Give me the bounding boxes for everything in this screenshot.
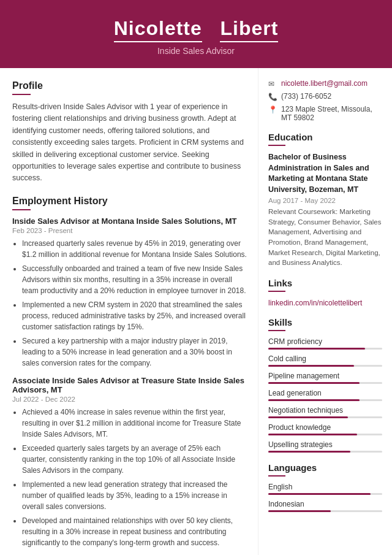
skill-bar-fill — [268, 434, 357, 435]
skill-item: Pipeline management — [268, 372, 382, 384]
email-item: ✉ nicolette.libert@gmail.com — [268, 79, 382, 88]
job-item: Inside Sales Advisor at Montana Inside S… — [12, 216, 247, 369]
job-title: Inside Sales Advisor — [12, 46, 380, 56]
job-2-bullets: Achieved a 40% increase in sales revenue… — [12, 407, 247, 548]
education-title: Education — [268, 132, 382, 142]
languages-section: Languages English Indonesian — [268, 462, 382, 512]
skill-label: Negotiation techniques — [268, 406, 382, 415]
job-1-bullets: Increased quarterly sales revenue by 45%… — [12, 238, 247, 369]
profile-title: Profile — [12, 80, 247, 91]
edu-dates: Aug 2017 - May 2022 — [268, 197, 382, 204]
lang-bar-bg — [268, 510, 382, 512]
bullet: Achieved a 40% increase in sales revenue… — [22, 407, 247, 440]
skill-bar-bg — [268, 416, 382, 418]
skill-bar-bg — [268, 451, 382, 453]
job-1-title: Inside Sales Advisor at Montana Inside S… — [12, 216, 247, 226]
phone-icon: 📞 — [268, 93, 278, 101]
skill-item: Negotiation techniques — [268, 406, 382, 418]
employment-title: Employment History — [12, 196, 247, 207]
skill-bar-bg — [268, 382, 382, 384]
skill-item: Product knowledge — [268, 423, 382, 435]
edu-coursework: Relevant Coursework: Marketing Strategy,… — [268, 207, 382, 268]
skills-section: Skills CRM proficiency Cold calling Pipe… — [268, 317, 382, 453]
links-divider — [268, 291, 285, 292]
address-text: 123 Maple Street, Missoula, MT 59802 — [281, 105, 382, 122]
lang-item: English — [268, 483, 382, 495]
skill-label: Product knowledge — [268, 423, 382, 432]
bullet: Increased quarterly sales revenue by 45%… — [22, 238, 247, 260]
skill-bar-fill — [268, 416, 348, 418]
page-header: Nicolette Libert Inside Sales Advisor — [0, 0, 392, 68]
full-name: Nicolette Libert — [12, 17, 380, 42]
address-item: 📍 123 Maple Street, Missoula, MT 59802 — [268, 105, 382, 122]
lang-item: Indonesian — [268, 500, 382, 512]
bullet: Implemented a new CRM system in 2020 tha… — [22, 299, 247, 332]
lang-bar-fill — [268, 493, 371, 495]
skill-label: Lead generation — [268, 389, 382, 397]
languages-title: Languages — [268, 462, 382, 473]
phone-text: (733) 176-6052 — [281, 92, 331, 101]
employment-section: Employment History Inside Sales Advisor … — [12, 196, 247, 548]
skill-label: Pipeline management — [268, 372, 382, 380]
profile-divider — [12, 94, 31, 95]
languages-divider — [268, 475, 285, 477]
skill-item: Upselling strategies — [268, 440, 382, 453]
skill-item: Lead generation — [268, 389, 382, 401]
first-name: Nicolette — [114, 17, 202, 42]
email-link[interactable]: nicolette.libert@gmail.com — [281, 79, 368, 88]
skill-bar-fill — [268, 365, 354, 367]
skill-item: Cold calling — [268, 354, 382, 367]
links-title: Links — [268, 278, 382, 288]
last-name: Libert — [220, 17, 278, 42]
education-section: Education Bachelor of Business Administr… — [268, 132, 382, 268]
skills-title: Skills — [268, 317, 382, 327]
bullet: Implemented a new lead generation strate… — [22, 479, 247, 512]
skill-item: CRM proficiency — [268, 337, 382, 350]
job-2-dates: Jul 2022 - Dec 2022 — [12, 396, 247, 403]
bullet: Developed and maintained relationships w… — [22, 515, 247, 548]
lang-label: English — [268, 483, 382, 491]
lang-bar-bg — [268, 493, 382, 495]
phone-item: 📞 (733) 176-6052 — [268, 92, 382, 101]
skill-bar-fill — [268, 382, 360, 384]
linkedin-link[interactable]: linkedin.com/in/nicolettelibert — [268, 299, 362, 307]
lang-bar-fill — [268, 510, 331, 512]
skill-bar-bg — [268, 348, 382, 350]
profile-section: Profile Results-driven Inside Sales Advi… — [12, 80, 247, 185]
right-column: ✉ nicolette.libert@gmail.com 📞 (733) 176… — [258, 68, 392, 555]
job-1-dates: Feb 2023 - Present — [12, 227, 247, 234]
skill-bar-fill — [268, 399, 360, 401]
left-column: Profile Results-driven Inside Sales Advi… — [0, 68, 258, 555]
employment-divider — [12, 209, 31, 210]
bullet: Secured a key partnership with a major i… — [22, 335, 247, 369]
skill-bar-bg — [268, 434, 382, 435]
links-section: Links linkedin.com/in/nicolettelibert — [268, 278, 382, 307]
skill-label: CRM proficiency — [268, 337, 382, 346]
lang-label: Indonesian — [268, 500, 382, 508]
skill-bar-fill — [268, 451, 350, 453]
email-icon: ✉ — [268, 80, 278, 88]
profile-text: Results-driven Inside Sales Advisor with… — [12, 101, 247, 185]
edu-degree: Bachelor of Business Administration in S… — [268, 152, 382, 195]
bullet: Exceeded quarterly sales targets by an a… — [22, 443, 247, 476]
main-layout: Profile Results-driven Inside Sales Advi… — [0, 68, 392, 555]
job-2-title: Associate Inside Sales Advisor at Treasu… — [12, 376, 247, 394]
skill-bar-bg — [268, 399, 382, 401]
bullet: Successfully onboarded and trained a tea… — [22, 263, 247, 296]
job-item: Associate Inside Sales Advisor at Treasu… — [12, 376, 247, 548]
skill-bar-bg — [268, 365, 382, 367]
skill-label: Upselling strategies — [268, 440, 382, 449]
location-icon: 📍 — [268, 105, 278, 114]
skills-divider — [268, 330, 285, 331]
skill-label: Cold calling — [268, 354, 382, 363]
contact-section: ✉ nicolette.libert@gmail.com 📞 (733) 176… — [268, 79, 382, 122]
education-divider — [268, 145, 285, 146]
skill-bar-fill — [268, 348, 365, 350]
